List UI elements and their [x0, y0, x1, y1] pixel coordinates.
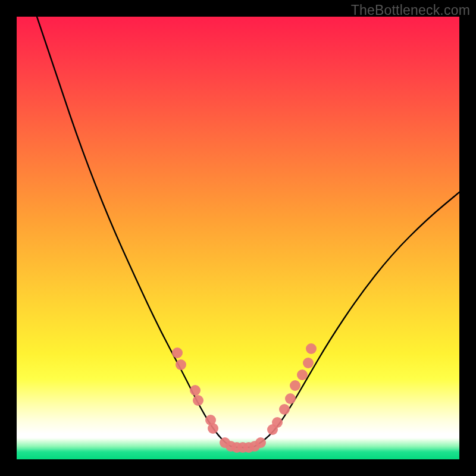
curve-marker — [303, 358, 314, 368]
curve-markers — [172, 343, 317, 453]
outer-frame: TheBottleneck.com — [0, 0, 476, 476]
curve-marker — [272, 417, 283, 428]
curve-marker — [297, 369, 308, 380]
curve-marker — [255, 437, 266, 448]
curve-marker — [190, 385, 201, 396]
curve-marker — [306, 343, 317, 354]
plot-area — [17, 17, 459, 459]
curve-marker — [208, 423, 218, 434]
curve-marker — [285, 393, 296, 404]
curve-marker — [172, 347, 183, 358]
bottleneck-curve — [37, 17, 459, 447]
curve-marker — [279, 404, 290, 415]
watermark-text: TheBottleneck.com — [351, 2, 470, 18]
curve-marker — [176, 359, 186, 370]
curve-marker — [193, 395, 203, 406]
bottleneck-curve-svg — [17, 17, 459, 459]
curve-marker — [290, 380, 300, 391]
